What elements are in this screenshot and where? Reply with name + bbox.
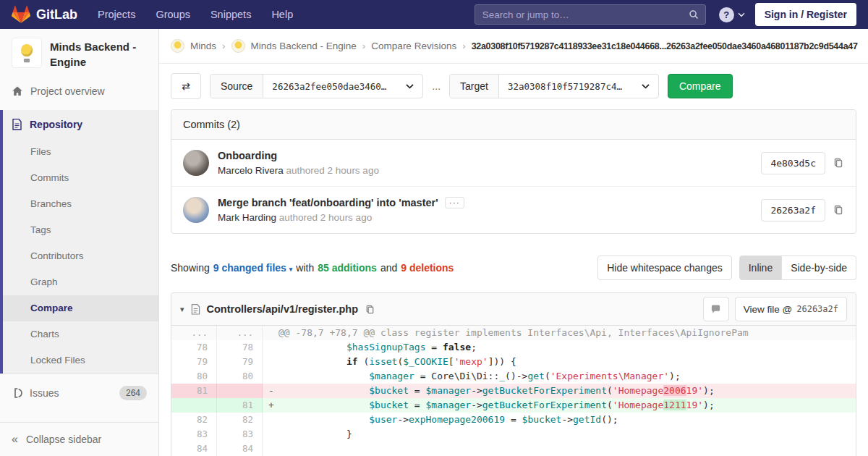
diff-row: 81+ $bucket = $manager->getBucketForExpe… bbox=[171, 398, 856, 413]
compare-button[interactable]: Compare bbox=[668, 74, 733, 98]
line-number-new[interactable]: 79 bbox=[217, 355, 263, 369]
nav-item-snippets[interactable]: Snippets bbox=[210, 9, 251, 20]
nav-item-help[interactable]: Help bbox=[271, 9, 293, 20]
collapse-sidebar-button[interactable]: « Collapse sidebar bbox=[0, 422, 158, 456]
code-line: + $bucket = $manager->getBucketForExperi… bbox=[263, 398, 856, 413]
repository-section: Repository FilesCommitsBranchesTagsContr… bbox=[0, 110, 158, 373]
line-number-old[interactable]: 83 bbox=[171, 427, 217, 442]
search-icon[interactable] bbox=[689, 9, 699, 20]
lightbulb-icon bbox=[20, 43, 34, 62]
source-ref-value: 26263a2fee050dae3460… bbox=[272, 81, 386, 92]
gitlab-home-link[interactable]: GitLab bbox=[12, 5, 77, 24]
sidebar-item-project-overview[interactable]: Project overview bbox=[0, 77, 158, 106]
file-icon bbox=[191, 304, 200, 315]
copy-file-path-icon[interactable] bbox=[365, 304, 375, 315]
double-chevron-left-icon: « bbox=[12, 434, 18, 444]
diff-row: 7878 $hasSignupTags = false; bbox=[171, 340, 856, 355]
breadcrumb-project-link[interactable]: Minds Backend - Engine bbox=[251, 41, 357, 51]
changed-files-dropdown[interactable]: 9 changed files ▾ bbox=[213, 262, 293, 274]
sign-in-button[interactable]: Sign in / Register bbox=[755, 3, 856, 26]
commit-author-link[interactable]: Marcelo Rivera bbox=[218, 165, 284, 176]
line-number-old[interactable]: 79 bbox=[171, 355, 217, 369]
line-number-old[interactable]: 81 bbox=[171, 384, 217, 398]
top-navbar: GitLab ProjectsGroupsSnippetsHelp ? Sign… bbox=[0, 0, 868, 29]
commit-title-link[interactable]: Onboarding bbox=[218, 150, 277, 161]
commit-author-avatar[interactable] bbox=[183, 197, 209, 223]
target-ref-dropdown[interactable]: 32a0308f10f5719287c4… bbox=[499, 75, 658, 98]
commit-author-avatar[interactable] bbox=[183, 150, 209, 176]
commit-description-toggle[interactable]: ··· bbox=[445, 197, 464, 208]
sidebar-item-repository[interactable]: Repository bbox=[3, 110, 158, 139]
line-number-new[interactable] bbox=[217, 384, 263, 398]
code-line: $hasSignupTags = false; bbox=[263, 340, 856, 355]
nav-item-projects[interactable]: Projects bbox=[98, 9, 135, 20]
line-number-new[interactable]: 84 bbox=[217, 442, 263, 456]
sidebar-item-issues[interactable]: Issues 264 bbox=[0, 373, 158, 412]
sidebar-item-charts[interactable]: Charts bbox=[3, 321, 158, 347]
breadcrumb: Minds › Minds Backend - Engine › Compare… bbox=[159, 29, 868, 64]
brand-name: GitLab bbox=[36, 7, 77, 22]
line-number-new[interactable]: 80 bbox=[217, 369, 263, 384]
inline-view-button[interactable]: Inline bbox=[739, 256, 782, 280]
commit-row: Merge branch 'feat/onboarding' into 'mas… bbox=[171, 186, 856, 233]
issues-count-badge: 264 bbox=[119, 386, 147, 400]
diff-file-path[interactable]: Controllers/api/v1/register.php bbox=[207, 303, 359, 315]
swap-revisions-button[interactable]: ⇄ bbox=[171, 73, 201, 99]
sidebar-item-locked-files[interactable]: Locked Files bbox=[3, 347, 158, 373]
toggle-comments-button[interactable] bbox=[703, 297, 729, 321]
nav-item-groups[interactable]: Groups bbox=[156, 9, 190, 20]
diff-row: 81- $bucket = $manager->getBucketForExpe… bbox=[171, 384, 856, 398]
line-number-old[interactable]: ... bbox=[171, 326, 217, 340]
line-number-new[interactable]: 82 bbox=[217, 413, 263, 427]
line-number-old[interactable]: 78 bbox=[171, 340, 217, 355]
sidebar-item-graph[interactable]: Graph bbox=[3, 269, 158, 295]
sidebar-item-compare[interactable]: Compare bbox=[3, 295, 158, 321]
help-menu[interactable]: ? bbox=[719, 7, 745, 22]
line-number-old[interactable]: 82 bbox=[171, 413, 217, 427]
commit-sha[interactable]: 26263a2f bbox=[761, 199, 825, 221]
line-number-new[interactable]: 83 bbox=[217, 427, 263, 442]
sidebar-item-label: Project overview bbox=[30, 85, 105, 97]
sidebar-item-files[interactable]: Files bbox=[3, 139, 158, 165]
copy-sha-icon[interactable] bbox=[833, 204, 844, 216]
copy-sha-icon[interactable] bbox=[833, 157, 844, 169]
sidebar-item-commits[interactable]: Commits bbox=[3, 165, 158, 191]
gitlab-tanuki-logo-icon bbox=[12, 5, 30, 24]
code-line: - $bucket = $manager->getBucketForExperi… bbox=[263, 384, 856, 398]
compare-separator: ... bbox=[432, 80, 441, 92]
line-number-old[interactable] bbox=[171, 398, 217, 413]
line-number-old[interactable]: 80 bbox=[171, 369, 217, 384]
help-icon: ? bbox=[719, 7, 734, 22]
breadcrumb-group-link[interactable]: Minds bbox=[190, 41, 216, 51]
line-number-old[interactable]: 84 bbox=[171, 442, 217, 456]
source-ref-dropdown[interactable]: 26263a2fee050dae3460… bbox=[263, 75, 422, 98]
sidebar-item-tags[interactable]: Tags bbox=[3, 217, 158, 243]
line-number-new[interactable]: 78 bbox=[217, 340, 263, 355]
line-number-new[interactable]: 81 bbox=[217, 398, 263, 413]
view-file-button[interactable]: View file @ 26263a2f bbox=[735, 297, 847, 321]
diff-table: ......@@ -78,7 +78,7 @@ class register i… bbox=[171, 326, 856, 456]
showing-label: Showing bbox=[171, 262, 210, 274]
compare-form: ⇄ Source 26263a2fee050dae3460… ... Targe… bbox=[171, 73, 856, 99]
sidebar-item-branches[interactable]: Branches bbox=[3, 191, 158, 217]
chevron-down-icon bbox=[738, 12, 745, 17]
commits-panel-header: Commits (2) bbox=[171, 110, 856, 140]
code-line: @@ -78,7 +78,7 @@ class register impleme… bbox=[263, 326, 856, 340]
project-context[interactable]: Minds Backend - Engine bbox=[0, 29, 158, 77]
target-ref-group: Target 32a0308f10f5719287c4… bbox=[449, 74, 659, 98]
search-input[interactable] bbox=[475, 4, 706, 25]
commit-author-link[interactable]: Mark Harding bbox=[218, 212, 276, 223]
chevron-down-icon bbox=[406, 84, 414, 89]
main-navigation: ProjectsGroupsSnippetsHelp bbox=[98, 9, 293, 20]
side-by-side-view-button[interactable]: Side-by-side bbox=[782, 256, 856, 280]
with-label: with bbox=[296, 262, 314, 274]
collapse-diff-caret-icon[interactable]: ▾ bbox=[180, 305, 184, 314]
project-avatar-small bbox=[231, 39, 245, 53]
line-number-new[interactable]: ... bbox=[217, 326, 263, 340]
commit-sha[interactable]: 4e803d5c bbox=[761, 152, 825, 174]
commits-panel: Commits (2) Onboarding Marcelo Rivera au… bbox=[171, 109, 856, 234]
breadcrumb-section-link[interactable]: Compare Revisions bbox=[371, 41, 456, 51]
sidebar-item-contributors[interactable]: Contributors bbox=[3, 243, 158, 269]
commit-title-link[interactable]: Merge branch 'feat/onboarding' into 'mas… bbox=[218, 197, 438, 208]
hide-whitespace-button[interactable]: Hide whitespace changes bbox=[597, 256, 732, 280]
